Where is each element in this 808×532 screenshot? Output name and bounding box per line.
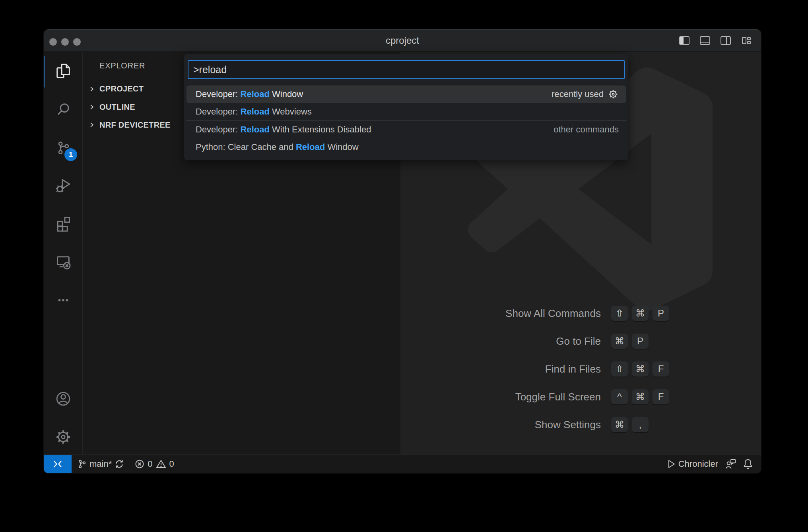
toggle-secondary-sidebar-icon[interactable] bbox=[720, 35, 732, 47]
key-f: F bbox=[653, 389, 669, 404]
key-f: F bbox=[653, 361, 669, 377]
search-icon[interactable] bbox=[44, 91, 83, 128]
vscode-window: cproject bbox=[44, 29, 761, 473]
extensions-icon[interactable] bbox=[44, 205, 83, 243]
key-shift: ⇧ bbox=[611, 361, 628, 377]
problems-item[interactable]: 0 0 bbox=[134, 459, 174, 469]
key-cmd: ⌘ bbox=[632, 361, 649, 377]
activity-bar: 1 bbox=[44, 52, 83, 454]
customize-layout-icon[interactable] bbox=[740, 35, 752, 47]
key-comma: , bbox=[632, 417, 649, 432]
feedback-icon[interactable] bbox=[724, 458, 736, 470]
key-shift: ⇧ bbox=[611, 306, 628, 321]
configure-keybinding-gear-icon[interactable] bbox=[608, 89, 619, 100]
palette-row-reload-webviews[interactable]: Developer: Reload Webviews bbox=[186, 103, 626, 120]
notifications-bell-icon[interactable] bbox=[743, 458, 753, 470]
warning-count: 0 bbox=[169, 459, 174, 469]
remote-indicator[interactable] bbox=[44, 455, 72, 473]
key-cmd: ⌘ bbox=[632, 389, 649, 404]
command-input[interactable]: >reload bbox=[188, 60, 625, 79]
status-bar: main* 0 0 bbox=[44, 454, 761, 473]
shortcut-label: Show Settings bbox=[535, 417, 601, 432]
chronicler-item[interactable]: Chronicler bbox=[667, 459, 718, 469]
more-views-icon[interactable] bbox=[44, 281, 83, 319]
other-commands-label: other commands bbox=[554, 124, 619, 135]
scm-badge: 1 bbox=[64, 148, 77, 161]
toggle-sidebar-icon[interactable] bbox=[678, 35, 690, 47]
source-control-icon[interactable]: 1 bbox=[44, 129, 83, 167]
titlebar: cproject bbox=[44, 29, 761, 52]
recently-used-label: recently used bbox=[552, 89, 604, 99]
account-icon[interactable] bbox=[44, 380, 83, 417]
remote-explorer-icon[interactable] bbox=[44, 243, 83, 281]
key-cmd: ⌘ bbox=[611, 334, 628, 349]
settings-gear-icon[interactable] bbox=[44, 418, 83, 456]
key-p: P bbox=[653, 306, 669, 321]
shortcut-label: Go to File bbox=[556, 334, 601, 349]
shortcut-label: Show All Commands bbox=[505, 306, 601, 321]
command-palette: >reload Developer: Reload Window recentl… bbox=[184, 54, 628, 160]
palette-row-reload-window[interactable]: Developer: Reload Window recently used bbox=[186, 85, 626, 103]
shortcut-label: Toggle Full Screen bbox=[515, 389, 601, 404]
key-cmd: ⌘ bbox=[632, 306, 649, 321]
git-branch-item[interactable]: main* bbox=[77, 459, 124, 469]
window-title: cproject bbox=[44, 29, 761, 52]
palette-row-python-clear-cache[interactable]: Python: Clear Cache and Reload Window bbox=[186, 138, 626, 156]
shortcut-label: Find in Files bbox=[545, 361, 601, 377]
run-debug-icon[interactable] bbox=[44, 167, 83, 204]
key-ctrl: ^ bbox=[611, 389, 628, 404]
key-cmd: ⌘ bbox=[611, 417, 628, 432]
error-count: 0 bbox=[148, 459, 152, 469]
toggle-panel-icon[interactable] bbox=[699, 35, 711, 47]
palette-row-reload-extensions-disabled[interactable]: Developer: Reload With Extensions Disabl… bbox=[186, 121, 626, 138]
explorer-icon[interactable] bbox=[44, 53, 83, 91]
key-p: P bbox=[632, 334, 649, 349]
